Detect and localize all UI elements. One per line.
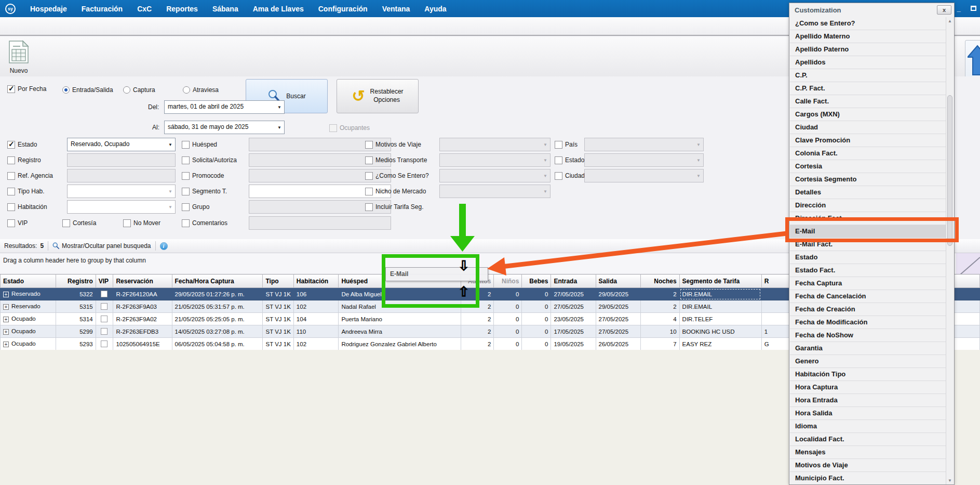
cell-bebes[interactable]: 0 <box>522 313 551 325</box>
cell-bebes[interactable]: 0 <box>522 338 551 350</box>
comentarios-input[interactable] <box>249 216 391 230</box>
cell-tipo[interactable]: ST VJ 1K <box>263 288 293 300</box>
cell-estado[interactable]: +Reservado <box>1 300 56 313</box>
customization-item-e-mail[interactable]: E-Mail <box>790 225 946 238</box>
customization-item-hora-salida[interactable]: Hora Salida <box>790 407 946 420</box>
customization-item-e-mail-fact[interactable]: E-Mail Fact. <box>790 238 946 251</box>
como-se-entero-dropdown[interactable]: ▼ <box>439 169 551 182</box>
menu-item-ventana[interactable]: Ventana <box>375 1 418 17</box>
scroll-up-icon[interactable]: ▲ <box>946 19 954 23</box>
cell-reservacion[interactable]: 102505064915E <box>113 338 172 350</box>
cell-habitacion[interactable]: 102 <box>293 338 339 350</box>
expand-row-icon[interactable]: + <box>3 329 9 335</box>
cell-adultos[interactable]: 2 <box>461 338 494 350</box>
cell-habitacion[interactable]: 102 <box>293 300 339 313</box>
registro-input[interactable] <box>67 153 176 167</box>
column-header-vip[interactable]: VIP <box>96 274 113 288</box>
column-header-r[interactable]: R <box>761 274 791 288</box>
cell-noches[interactable]: 10 <box>640 325 679 338</box>
cell-tipo[interactable]: ST VJ 1K <box>263 313 293 325</box>
grupo-checkbox[interactable] <box>182 203 190 211</box>
customization-item-detalles[interactable]: Detalles <box>790 186 946 199</box>
cell-estado[interactable]: +Ocupado <box>1 338 56 350</box>
cell-r[interactable]: G <box>761 338 791 350</box>
vip-checkbox[interactable] <box>101 328 108 335</box>
estado-dir-dropdown[interactable]: ▼ <box>584 153 704 167</box>
incluir-tarifa-checkbox[interactable] <box>365 203 373 211</box>
cell-ninos[interactable]: 0 <box>494 313 522 325</box>
customization-item-hora-captura[interactable]: Hora Captura <box>790 381 946 394</box>
atraviesa-radio[interactable] <box>183 86 190 94</box>
customization-item-ciudad[interactable]: Ciudad <box>790 121 946 134</box>
estado-checkbox[interactable] <box>7 141 15 149</box>
customization-item-fecha-de-noshow[interactable]: Fecha de NoShow <box>790 329 946 342</box>
menu-item-hospedaje[interactable]: Hospedaje <box>23 1 74 17</box>
customization-item-localidad-fact[interactable]: Localidad Fact. <box>790 433 946 446</box>
cell-ninos[interactable]: 0 <box>494 338 522 350</box>
customization-item-apellido-materno[interactable]: Apellido Materno <box>790 30 946 43</box>
cell-salida[interactable]: 27/05/2025 <box>596 313 640 325</box>
medios-transporte-dropdown[interactable]: ▼ <box>439 153 551 167</box>
solicita-checkbox[interactable] <box>182 156 190 164</box>
del-date-dropdown[interactable]: martes, 01 de abril de 2025▼ <box>164 100 285 114</box>
column-header-reservacion[interactable]: Reservación <box>113 274 172 288</box>
column-header-salida[interactable]: Salida <box>596 274 640 288</box>
customization-item-genero[interactable]: Genero <box>790 355 946 368</box>
column-header-estado[interactable]: Estado <box>1 274 56 288</box>
habitacion-checkbox[interactable] <box>7 203 15 211</box>
cell-adultos[interactable]: 2 <box>461 313 494 325</box>
cell-tipo[interactable]: ST VJ 1K <box>263 338 293 350</box>
menu-item-s-bana[interactable]: Sábana <box>205 1 246 17</box>
customization-item-apellido-paterno[interactable]: Apellido Paterno <box>790 43 946 56</box>
column-header-fecha-captura[interactable]: Fecha/Hora Captura <box>172 274 263 288</box>
vip-checkbox[interactable] <box>101 303 108 310</box>
customization-item-direcci-n-fact[interactable]: Dirección Fact. <box>790 212 946 225</box>
cell-r[interactable] <box>761 313 791 325</box>
cell-registro[interactable]: 5315 <box>56 300 96 313</box>
expand-row-icon[interactable]: + <box>3 292 9 297</box>
column-header-noches[interactable]: Noches <box>640 274 679 288</box>
customization-item-clave-promoci-n[interactable]: Clave Promoción <box>790 134 946 147</box>
captura-radio[interactable] <box>123 86 130 94</box>
cell-salida[interactable]: 29/05/2025 <box>596 288 640 300</box>
comentarios-checkbox[interactable] <box>182 219 190 227</box>
customization-item-colonia-fact[interactable]: Colonia Fact. <box>790 147 946 160</box>
estado-dropdown[interactable]: Reservado, Ocupado▼ <box>67 138 176 151</box>
cell-entrada[interactable]: 27/05/2025 <box>551 288 596 300</box>
cell-salida[interactable]: 29/05/2025 <box>596 300 640 313</box>
customization-item-mensajes[interactable]: Mensajes <box>790 446 946 459</box>
cell-fecha-captura[interactable]: 21/05/2025 05:31:57 p. m. <box>172 300 263 313</box>
como-se-entero-checkbox[interactable] <box>365 172 373 180</box>
pais-checkbox[interactable] <box>555 141 562 149</box>
cell-vip[interactable] <box>96 313 113 325</box>
promocode-checkbox[interactable] <box>182 172 190 180</box>
customization-item-habitaci-n-tipo[interactable]: Habitación Tipo <box>790 368 946 381</box>
cell-registro[interactable]: 5322 <box>56 288 96 300</box>
cell-segmento[interactable]: BOOKING HC USD <box>679 325 761 338</box>
cell-noches[interactable]: 2 <box>640 300 679 313</box>
expand-row-icon[interactable]: + <box>3 304 9 310</box>
scroll-down-icon[interactable]: ▼ <box>946 478 954 483</box>
cell-registro[interactable]: 5293 <box>56 338 96 350</box>
vip-checkbox[interactable] <box>101 340 108 347</box>
toggle-search-panel-link[interactable]: Mostrar/Ocultar panel busqueda <box>62 242 151 250</box>
customization-item-fecha-captura[interactable]: Fecha Captura <box>790 277 946 290</box>
cell-huesped[interactable]: Andreeva Mirra <box>339 325 461 338</box>
segmento-t-checkbox[interactable] <box>182 188 190 195</box>
cell-segmento[interactable]: DIR.EMAIL <box>679 300 761 313</box>
cell-fecha-captura[interactable]: 29/05/2025 01:27:26 p. m. <box>172 288 263 300</box>
vip-checkbox[interactable] <box>7 219 15 227</box>
customization-item-cortesia-segmento[interactable]: Cortesia Segmento <box>790 173 946 186</box>
cortesia-checkbox[interactable] <box>62 219 70 227</box>
cell-entrada[interactable]: 17/05/2025 <box>551 325 596 338</box>
expand-row-icon[interactable]: + <box>3 317 9 322</box>
cell-noches[interactable]: 2 <box>640 288 679 300</box>
menu-item-facturaci-n[interactable]: Facturación <box>74 1 130 17</box>
restablecer-opciones-button[interactable]: ↺ Restablecer Opciones <box>337 79 419 113</box>
customization-item-motivos-de-viaje[interactable]: Motivos de Viaje <box>790 459 946 472</box>
cell-huesped[interactable]: Nadal Rafael <box>339 300 461 313</box>
customization-item-fecha-de-cancelaci-n[interactable]: Fecha de Cancelación <box>790 290 946 303</box>
customization-item-fecha-de-creaci-n[interactable]: Fecha de Creación <box>790 303 946 316</box>
cell-salida[interactable]: 27/05/2025 <box>596 325 640 338</box>
cell-huesped[interactable]: Rodriguez Gonzalez Gabriel Alberto <box>339 338 461 350</box>
